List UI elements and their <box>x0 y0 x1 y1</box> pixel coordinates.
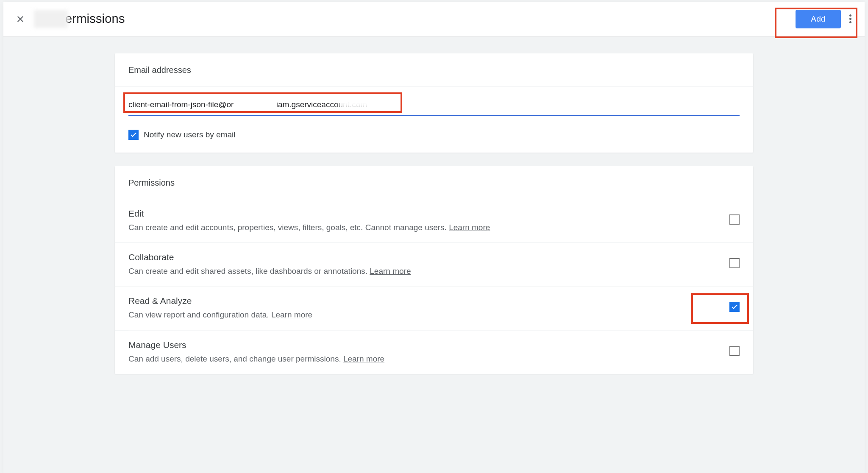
permission-title: Collaborate <box>128 252 411 262</box>
permission-row-edit: Edit Can create and edit accounts, prope… <box>115 199 753 242</box>
permission-description: Can view report and configuration data. … <box>128 310 312 320</box>
permissions-section-header: Permissions <box>115 166 753 199</box>
permission-checkbox-edit[interactable] <box>729 214 740 225</box>
permission-description: Can create and edit shared assets, like … <box>128 267 411 276</box>
learn-more-link[interactable]: Learn more <box>449 223 490 232</box>
redacted-email-segment <box>339 98 389 109</box>
page-title: ermissions <box>65 12 125 26</box>
dialog-header: ermissions Add <box>3 2 865 36</box>
add-button[interactable]: Add <box>796 10 841 28</box>
learn-more-link[interactable]: Learn more <box>343 354 384 363</box>
permission-description: Can add users, delete users, and change … <box>128 354 384 364</box>
permission-description-text: Can create and edit accounts, properties… <box>128 223 449 232</box>
email-card: Email addresses Notify new users by emai… <box>115 53 753 153</box>
email-input[interactable] <box>128 94 740 116</box>
permission-title: Manage Users <box>128 340 384 350</box>
permissions-card: Permissions Edit Can create and edit acc… <box>115 166 753 374</box>
permission-title: Edit <box>128 209 490 219</box>
permission-description-text: Can add users, delete users, and change … <box>128 354 343 363</box>
close-icon[interactable] <box>15 14 25 24</box>
notify-checkbox-label: Notify new users by email <box>144 130 235 139</box>
notify-checkbox[interactable] <box>128 130 139 140</box>
permission-checkbox-read-analyze[interactable] <box>729 302 740 312</box>
annotation-highlight-checkbox <box>691 293 749 324</box>
permission-checkbox-manage-users[interactable] <box>729 346 740 356</box>
permission-row-manage-users: Manage Users Can add users, delete users… <box>115 330 753 374</box>
permission-checkbox-collaborate[interactable] <box>729 258 740 268</box>
permission-title: Read & Analyze <box>128 296 312 306</box>
email-section-header: Email addresses <box>115 53 753 86</box>
learn-more-link[interactable]: Learn more <box>370 267 411 275</box>
permission-description-text: Can view report and configuration data. <box>128 310 271 319</box>
permission-row-collaborate: Collaborate Can create and edit shared a… <box>115 242 753 286</box>
redacted-title-prefix <box>34 10 68 28</box>
learn-more-link[interactable]: Learn more <box>271 310 312 319</box>
more-menu-icon[interactable] <box>849 14 852 23</box>
permission-description: Can create and edit accounts, properties… <box>128 223 490 232</box>
permission-description-text: Can create and edit shared assets, like … <box>128 267 370 275</box>
permission-row-read-analyze: Read & Analyze Can view report and confi… <box>115 286 753 330</box>
